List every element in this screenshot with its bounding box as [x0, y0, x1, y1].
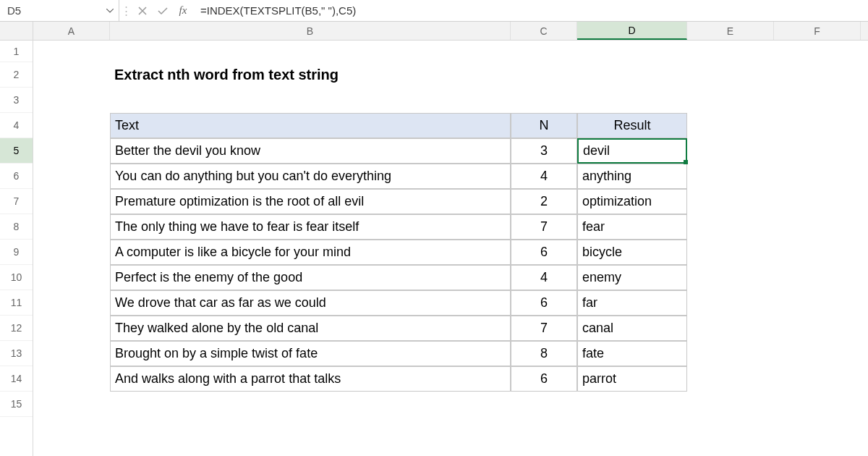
- cell[interactable]: [687, 265, 774, 290]
- cell[interactable]: [33, 164, 110, 189]
- cell[interactable]: [33, 290, 110, 316]
- row-header[interactable]: 11: [0, 290, 33, 316]
- enter-icon[interactable]: [153, 0, 173, 21]
- table-cell-text[interactable]: Brought on by a simple twist of fate: [110, 341, 511, 366]
- select-all-corner[interactable]: [0, 22, 33, 41]
- table-cell-n[interactable]: 7: [511, 214, 577, 240]
- cell[interactable]: [577, 392, 687, 417]
- table-cell-text[interactable]: They walked alone by the old canal: [110, 316, 511, 341]
- cell[interactable]: [687, 41, 774, 62]
- cell[interactable]: [577, 62, 687, 88]
- cell[interactable]: [577, 41, 687, 62]
- row-header[interactable]: 12: [0, 316, 33, 341]
- row-header[interactable]: 14: [0, 366, 33, 392]
- table-cell-result[interactable]: far: [577, 290, 687, 316]
- row-header[interactable]: 1: [0, 41, 33, 62]
- table-cell-result[interactable]: fate: [577, 341, 687, 366]
- table-cell-n[interactable]: 6: [511, 290, 577, 316]
- cell[interactable]: [687, 189, 774, 214]
- cell[interactable]: [774, 189, 861, 214]
- cell[interactable]: [110, 392, 511, 417]
- cell[interactable]: [33, 113, 110, 138]
- table-cell-n[interactable]: 8: [511, 341, 577, 366]
- cell[interactable]: [687, 290, 774, 316]
- cell[interactable]: [774, 113, 861, 138]
- row-header[interactable]: 6: [0, 164, 33, 189]
- cell[interactable]: [33, 138, 110, 164]
- cell[interactable]: [774, 41, 861, 62]
- cell[interactable]: [774, 240, 861, 265]
- cell[interactable]: [774, 214, 861, 240]
- cell[interactable]: [511, 41, 577, 62]
- table-cell-text[interactable]: And walks along with a parrot that talks: [110, 366, 511, 392]
- table-cell-n[interactable]: 6: [511, 240, 577, 265]
- cell[interactable]: [687, 62, 774, 88]
- formula-input[interactable]: =INDEX(TEXTSPLIT(B5," "),C5): [193, 4, 868, 17]
- row-header[interactable]: 13: [0, 341, 33, 366]
- page-title[interactable]: Extract nth word from text string: [110, 62, 511, 88]
- name-box-dropdown-icon[interactable]: [101, 9, 119, 13]
- cell[interactable]: [774, 62, 861, 88]
- row-header[interactable]: 2: [0, 62, 33, 88]
- cell[interactable]: [687, 138, 774, 164]
- cell[interactable]: [774, 138, 861, 164]
- cell[interactable]: [687, 240, 774, 265]
- table-cell-n[interactable]: 4: [511, 265, 577, 290]
- cell[interactable]: [774, 88, 861, 113]
- row-header[interactable]: 4: [0, 113, 33, 138]
- insert-function-icon[interactable]: fx: [173, 0, 193, 21]
- table-cell-result[interactable]: enemy: [577, 265, 687, 290]
- cell[interactable]: [33, 189, 110, 214]
- row-header[interactable]: 3: [0, 88, 33, 113]
- table-cell-text[interactable]: You can do anything but you can't do eve…: [110, 164, 511, 189]
- cell[interactable]: [33, 265, 110, 290]
- row-header[interactable]: 15: [0, 392, 33, 417]
- row-header[interactable]: 9: [0, 240, 33, 265]
- cell[interactable]: [774, 164, 861, 189]
- active-cell[interactable]: devil: [577, 138, 687, 164]
- cell[interactable]: [774, 341, 861, 366]
- cell[interactable]: [774, 265, 861, 290]
- cell[interactable]: [577, 88, 687, 113]
- table-header-result[interactable]: Result: [577, 113, 687, 138]
- table-cell-result[interactable]: anything: [577, 164, 687, 189]
- cell[interactable]: [33, 240, 110, 265]
- table-header-n[interactable]: N: [511, 113, 577, 138]
- table-cell-text[interactable]: Perfect is the enemy of the good: [110, 265, 511, 290]
- table-cell-n[interactable]: 7: [511, 316, 577, 341]
- cell[interactable]: [687, 316, 774, 341]
- table-cell-text[interactable]: We drove that car as far as we could: [110, 290, 511, 316]
- cell[interactable]: [110, 41, 511, 62]
- table-cell-result[interactable]: fear: [577, 214, 687, 240]
- cell[interactable]: [774, 366, 861, 392]
- cell[interactable]: [687, 214, 774, 240]
- name-box[interactable]: D5: [0, 0, 119, 21]
- cell[interactable]: [33, 341, 110, 366]
- table-cell-n[interactable]: 6: [511, 366, 577, 392]
- row-header[interactable]: 5: [0, 138, 33, 164]
- row-header[interactable]: 10: [0, 265, 33, 290]
- cell[interactable]: [511, 62, 577, 88]
- column-header[interactable]: D: [577, 22, 687, 40]
- table-cell-n[interactable]: 4: [511, 164, 577, 189]
- cell[interactable]: [33, 366, 110, 392]
- table-cell-result[interactable]: optimization: [577, 189, 687, 214]
- cell[interactable]: [33, 214, 110, 240]
- cell[interactable]: [33, 88, 110, 113]
- table-cell-n[interactable]: 2: [511, 189, 577, 214]
- table-cell-result[interactable]: bicycle: [577, 240, 687, 265]
- cell[interactable]: [511, 88, 577, 113]
- cell[interactable]: [687, 392, 774, 417]
- column-header[interactable]: B: [110, 22, 511, 40]
- table-cell-text[interactable]: Premature optimization is the root of al…: [110, 189, 511, 214]
- cell[interactable]: [774, 392, 861, 417]
- table-cell-result[interactable]: canal: [577, 316, 687, 341]
- cancel-icon[interactable]: [132, 0, 153, 21]
- table-header-text[interactable]: Text: [110, 113, 511, 138]
- row-header[interactable]: 7: [0, 189, 33, 214]
- cell[interactable]: [33, 392, 110, 417]
- cell[interactable]: [33, 316, 110, 341]
- table-cell-text[interactable]: The only thing we have to fear is fear i…: [110, 214, 511, 240]
- column-header[interactable]: A: [33, 22, 110, 40]
- column-header[interactable]: C: [511, 22, 577, 40]
